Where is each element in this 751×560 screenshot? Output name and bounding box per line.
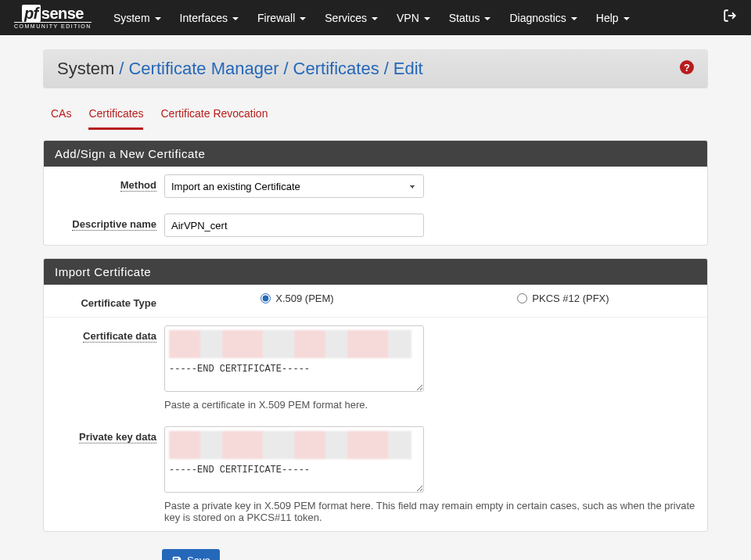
panel-add-cert: Add/Sign a New Certificate Method Import… [43,140,708,246]
radio-x509-label: X.509 (PEM) [275,293,333,304]
radio-x509[interactable] [261,293,271,303]
caret-down-icon [155,17,161,20]
nav-status[interactable]: Status [441,5,499,31]
caret-down-icon [300,17,306,20]
nav-diagnostics[interactable]: Diagnostics [501,5,584,31]
key-data-help: Paste a private key in X.509 PEM format … [164,500,696,523]
panel-title: Import Certificate [44,259,707,285]
certificate-data-textarea[interactable] [164,325,424,392]
label-name: Descriptive name [55,214,156,230]
help-icon[interactable]: ? [680,60,694,74]
nav-services[interactable]: Services [317,5,386,31]
tab-bar: CAs Certificates Certificate Revocation [51,107,708,131]
caret-down-icon [484,17,490,20]
nav-menu: System Interfaces Firewall Services VPN … [106,5,723,31]
crumb-certmgr[interactable]: Certificate Manager [128,59,278,79]
radio-pfx[interactable] [517,293,527,303]
save-icon [171,555,182,561]
panel-import-cert: Import Certificate Certificate Type X.50… [43,258,708,532]
nav-firewall[interactable]: Firewall [250,5,314,31]
caret-down-icon [571,17,577,20]
label-key-data: Private key data [55,426,156,443]
top-navbar: pfsense COMMUNITY EDITION System Interfa… [0,0,751,35]
save-button[interactable]: Save [162,549,220,560]
tab-cas[interactable]: CAs [51,107,71,130]
save-button-label: Save [187,555,210,560]
caret-down-icon [372,17,378,20]
caret-down-icon [623,17,630,20]
tab-certificates[interactable]: Certificates [88,107,143,130]
nav-interfaces[interactable]: Interfaces [172,5,246,31]
cert-data-help: Paste a certificate in X.509 PEM format … [164,399,696,411]
brand-logo: pfsense COMMUNITY EDITION [14,6,92,29]
nav-help[interactable]: Help [588,5,638,31]
tab-revocation[interactable]: Certificate Revocation [160,107,268,130]
method-select[interactable]: Import an existing Certificate [164,174,424,198]
logout-icon[interactable] [723,9,737,27]
caret-down-icon [232,17,239,20]
crumb-system[interactable]: System [57,59,114,79]
radio-pfx-label: PKCS #12 (PFX) [532,293,609,304]
descriptive-name-input[interactable] [164,214,424,237]
caret-down-icon [424,17,430,20]
nav-system[interactable]: System [106,5,169,31]
label-method: Method [55,174,156,191]
label-cert-type: Certificate Type [55,293,156,309]
crumb-certs[interactable]: Certificates [293,59,379,79]
nav-vpn[interactable]: VPN [389,5,438,31]
private-key-textarea[interactable] [164,426,424,493]
crumb-edit[interactable]: Edit [393,59,423,79]
breadcrumb: System / Certificate Manager / Certifica… [43,49,708,88]
panel-title: Add/Sign a New Certificate [44,141,707,167]
label-cert-data: Certificate data [55,325,156,342]
